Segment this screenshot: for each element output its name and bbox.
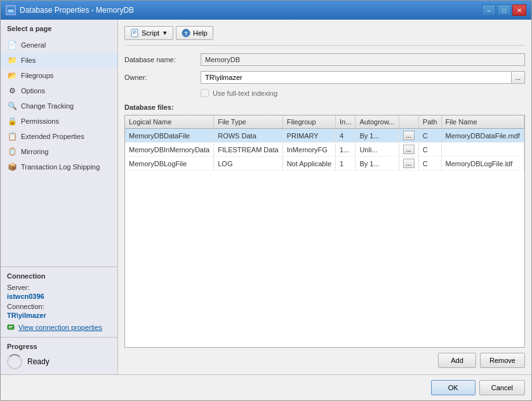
link-icon (7, 323, 16, 332)
table-row[interactable]: MemoryDBLogFile LOG Not Applicable 1 By … (125, 157, 524, 171)
col-file-name: File Name (441, 115, 524, 129)
main-window: Database Properties - MemoryDB – □ ✕ Sel… (0, 0, 532, 401)
window-title: Database Properties - MemoryDB (20, 6, 134, 15)
cell-path: C (418, 143, 441, 157)
cell-autogrow-btn[interactable]: ... (399, 143, 418, 157)
sidebar-label-files: Files (21, 56, 36, 64)
help-label: Help (193, 29, 208, 37)
remove-button[interactable]: Remove (480, 353, 525, 368)
sidebar-header: Select a page (1, 20, 117, 37)
title-controls: – □ ✕ (482, 4, 526, 16)
sidebar-label-change-tracking: Change Tracking (21, 102, 74, 110)
connection-link-text: View connection properties (18, 324, 102, 331)
cell-file-type: FILESTREAM Data (214, 143, 283, 157)
database-name-label: Database name: (124, 56, 201, 63)
table-row[interactable]: MemoryDBDataFile ROWS Data PRIMARY 4 By … (125, 129, 524, 143)
progress-status: Ready (27, 357, 50, 366)
script-dropdown-icon: ▼ (162, 30, 168, 36)
sidebar-item-transaction-log-shipping[interactable]: 📦 Transaction Log Shipping (1, 159, 117, 174)
mirroring-icon: 🪞 (7, 147, 17, 157)
autogrow-browse-button[interactable]: ... (403, 131, 415, 140)
permissions-icon: 🔒 (7, 116, 17, 126)
sidebar-label-filegroups: Filegroups (21, 72, 53, 79)
cell-file-name (441, 143, 524, 157)
progress-title: Progress (7, 343, 111, 350)
full-text-checkbox[interactable] (201, 89, 209, 97)
cell-filegroup: InMemoryFG (283, 143, 335, 157)
connection-label: Connection: (7, 303, 111, 310)
change-tracking-icon: 🔍 (7, 101, 17, 111)
dialog-footer: OK Cancel (1, 374, 531, 400)
connection-section: Connection Server: istwcn0396 Connection… (1, 266, 117, 337)
cell-path: C (418, 157, 441, 171)
options-icon: ⚙ (7, 86, 17, 96)
sidebar-label-permissions: Permissions (21, 117, 59, 125)
view-connection-properties-link[interactable]: View connection properties (7, 323, 111, 332)
right-panel: Script ▼ ? Help Database name: Owner: (118, 20, 531, 374)
full-text-label: Use full-text indexing (213, 89, 277, 97)
sidebar-item-options[interactable]: ⚙ Options (1, 83, 117, 98)
owner-browse-button[interactable]: ... (512, 71, 525, 84)
close-button[interactable]: ✕ (512, 4, 526, 16)
transaction-log-shipping-icon: 📦 (7, 162, 17, 172)
database-name-row: Database name: (124, 53, 525, 66)
title-bar-left: Database Properties - MemoryDB (6, 5, 134, 15)
svg-rect-4 (9, 327, 11, 328)
cell-autogrow: By 1... (356, 129, 399, 143)
svg-rect-2 (8, 325, 14, 329)
db-files-label: Database files: (124, 103, 525, 111)
progress-section: Progress Ready (1, 337, 117, 374)
help-button[interactable]: ? Help (176, 26, 213, 40)
sidebar-item-general[interactable]: 📄 General (1, 37, 117, 53)
sidebar-label-options: Options (21, 87, 45, 95)
db-files-container: Logical Name File Type Filegroup In... A… (124, 115, 525, 348)
cell-logical-name: MemoryDBLogFile (125, 157, 214, 171)
database-name-input[interactable] (201, 53, 525, 66)
script-label: Script (142, 29, 159, 37)
col-file-type: File Type (214, 115, 283, 129)
sidebar-item-extended-properties[interactable]: 📋 Extended Properties (1, 129, 117, 144)
cell-autogrow-btn[interactable]: ... (399, 157, 418, 171)
cell-file-name: MemoryDBLogFile.ldf (441, 157, 524, 171)
owner-field-container: ... (201, 71, 525, 84)
table-header-row: Logical Name File Type Filegroup In... A… (125, 115, 524, 129)
svg-rect-3 (9, 326, 13, 327)
table-row[interactable]: MemoryDBInMemoryData FILESTREAM Data InM… (125, 143, 524, 157)
owner-row: Owner: ... (124, 71, 525, 84)
owner-input[interactable] (201, 71, 512, 84)
sidebar-item-change-tracking[interactable]: 🔍 Change Tracking (1, 98, 117, 114)
ok-button[interactable]: OK (431, 380, 475, 395)
bottom-buttons: Add Remove (124, 348, 525, 368)
maximize-button[interactable]: □ (497, 4, 511, 16)
general-icon: 📄 (7, 40, 17, 50)
svg-rect-1 (8, 8, 14, 10)
autogrow-browse-button[interactable]: ... (403, 145, 415, 154)
cell-autogrow: Unli... (356, 143, 399, 157)
cell-initial-size: 1 (336, 157, 356, 171)
autogrow-browse-button[interactable]: ... (403, 159, 415, 168)
add-button[interactable]: Add (438, 353, 476, 368)
cell-logical-name: MemoryDBInMemoryData (125, 143, 214, 157)
sidebar-label-transaction-log-shipping: Transaction Log Shipping (21, 163, 100, 171)
col-logical-name: Logical Name (125, 115, 214, 129)
sidebar-item-permissions[interactable]: 🔒 Permissions (1, 114, 117, 129)
sidebar-item-mirroring[interactable]: 🪞 Mirroring (1, 144, 117, 159)
cell-file-type: LOG (214, 157, 283, 171)
cell-autogrow: By 1... (356, 157, 399, 171)
sidebar: Select a page 📄 General 📁 Files 📂 Filegr… (1, 20, 118, 374)
filegroups-icon: 📂 (7, 70, 17, 81)
main-content: Select a page 📄 General 📁 Files 📂 Filegr… (1, 20, 531, 374)
cell-logical-name: MemoryDBDataFile (125, 129, 214, 143)
progress-content: Ready (7, 354, 111, 369)
col-autogrow: Autogrow... (356, 115, 399, 129)
sidebar-item-files[interactable]: 📁 Files (1, 53, 117, 68)
col-initial-size: In... (336, 115, 356, 129)
col-autogrow-btn (399, 115, 418, 129)
sidebar-item-filegroups[interactable]: 📂 Filegroups (1, 68, 117, 83)
cancel-button[interactable]: Cancel (479, 380, 525, 395)
cell-file-name: MemoryDBDataFile.mdf (441, 129, 524, 143)
cell-autogrow-btn[interactable]: ... (399, 129, 418, 143)
script-button[interactable]: Script ▼ (124, 26, 173, 40)
cell-filegroup: PRIMARY (283, 129, 335, 143)
minimize-button[interactable]: – (482, 4, 496, 16)
